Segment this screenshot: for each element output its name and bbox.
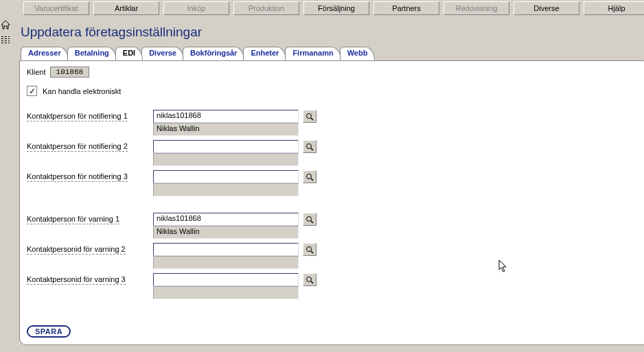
warn2-input[interactable]	[153, 243, 299, 256]
electronic-trade-checkbox[interactable]: ✓	[27, 86, 37, 96]
notif3-display	[153, 183, 299, 196]
list-icon[interactable]	[0, 34, 11, 45]
magnifier-icon	[306, 113, 314, 121]
warn3-label: Kontaktpersonid för varning 3	[27, 275, 126, 285]
svg-rect-11	[8, 43, 10, 43]
svg-rect-6	[1, 40, 3, 41]
nav-hjalp[interactable]: Hjälp	[584, 1, 644, 15]
svg-point-14	[307, 143, 312, 148]
warn3-input[interactable]	[153, 273, 299, 286]
svg-rect-5	[8, 38, 10, 39]
svg-rect-3	[1, 38, 3, 39]
warn3-lookup[interactable]	[303, 273, 317, 286]
notif1-display: Niklas Wallin	[153, 123, 299, 136]
notif2-display	[153, 153, 299, 166]
svg-rect-4	[5, 38, 7, 39]
tab-adresser[interactable]: Adresser	[21, 47, 69, 60]
nav-produktion[interactable]: Produktion	[233, 1, 299, 15]
notif2-label: Kontaktperson för notifiering 2	[27, 142, 128, 152]
svg-line-21	[311, 251, 313, 253]
svg-point-18	[307, 216, 312, 221]
svg-line-17	[311, 178, 313, 180]
notif2-input[interactable]	[153, 140, 299, 153]
warn2-lookup[interactable]	[303, 243, 317, 256]
svg-line-13	[311, 118, 313, 120]
warn2-label: Kontaktpersonid för varning 2	[27, 245, 126, 255]
tab-betalning[interactable]: Betalning	[67, 47, 117, 60]
notif1-label: Kontaktperson för notifiering 1	[27, 112, 128, 121]
page-title: Uppdatera företagsinställningar	[11, 16, 644, 47]
top-nav: Varucertifikat Artiklar Inköp Produktion…	[11, 1, 644, 16]
notif1-input[interactable]: niklas101868	[153, 110, 299, 123]
svg-line-23	[311, 281, 313, 283]
warn1-display: Niklas Wallin	[153, 226, 299, 239]
klient-value: 101868	[50, 67, 90, 78]
svg-line-19	[311, 221, 313, 223]
tab-strip: Adresser Betalning EDI Diverse Bokföring…	[11, 47, 644, 60]
nav-partners[interactable]: Partners	[373, 1, 439, 15]
warn1-input[interactable]: niklas101868	[153, 213, 299, 226]
magnifier-icon	[306, 143, 314, 151]
nav-artiklar[interactable]: Artiklar	[93, 1, 159, 15]
nav-inkop[interactable]: Inköp	[163, 1, 229, 15]
svg-point-20	[307, 246, 312, 251]
svg-rect-9	[1, 43, 3, 43]
svg-rect-0	[1, 36, 3, 37]
tab-bokforingsar[interactable]: Bokföringsår	[183, 47, 244, 60]
svg-rect-8	[8, 40, 10, 41]
notif1-lookup[interactable]	[303, 110, 317, 123]
notif2-lookup[interactable]	[303, 140, 317, 153]
magnifier-icon	[306, 173, 314, 181]
nav-redovisning[interactable]: Redovisning	[444, 1, 509, 15]
save-button[interactable]: SPARA	[27, 325, 71, 338]
magnifier-icon	[306, 276, 314, 284]
svg-point-22	[307, 277, 312, 281]
nav-varucertifikat[interactable]: Varucertifikat	[23, 1, 89, 15]
klient-label: Klient	[27, 68, 46, 76]
tab-edi[interactable]: EDI	[115, 47, 143, 60]
left-rail	[0, 0, 11, 352]
notif3-input[interactable]	[153, 170, 299, 183]
magnifier-icon	[306, 215, 314, 224]
home-icon[interactable]	[0, 19, 11, 30]
svg-rect-7	[5, 40, 7, 41]
notif3-lookup[interactable]	[303, 170, 317, 183]
svg-rect-1	[5, 36, 7, 37]
nav-forsaljning[interactable]: Försäljning	[303, 1, 369, 15]
tab-webb[interactable]: Webb	[340, 47, 376, 60]
nav-diverse[interactable]: Diverse	[514, 1, 579, 15]
notif3-label: Kontaktperson för notifiering 3	[27, 172, 128, 182]
edi-panel: Klient 101868 ✓ Kan handla elektroniskt …	[19, 60, 644, 345]
svg-rect-2	[8, 36, 10, 37]
warn1-label: Kontaktperson för varning 1	[27, 215, 119, 224]
warn2-display	[153, 256, 299, 269]
svg-rect-10	[5, 43, 7, 43]
tab-diverse[interactable]: Diverse	[141, 47, 184, 60]
warn1-lookup[interactable]	[303, 213, 317, 226]
magnifier-icon	[306, 246, 314, 254]
tab-enheter[interactable]: Enheter	[243, 47, 286, 60]
tab-firmanamn[interactable]: Firmanamn	[285, 47, 341, 60]
svg-point-16	[307, 174, 312, 178]
warn3-display	[153, 286, 299, 299]
electronic-trade-label: Kan handla elektroniskt	[43, 87, 121, 95]
svg-point-12	[307, 113, 312, 118]
svg-line-15	[311, 148, 313, 150]
